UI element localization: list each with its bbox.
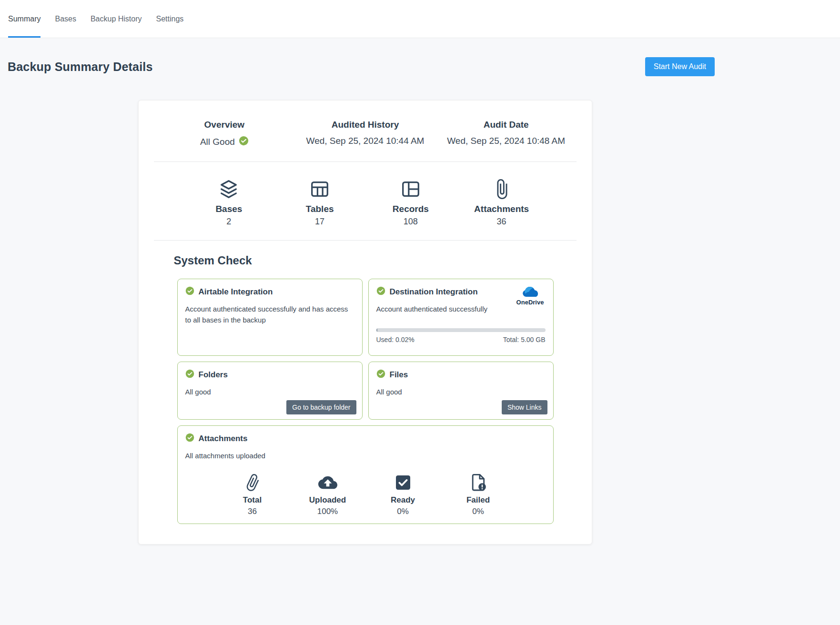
overview-status-text: All Good <box>200 137 235 147</box>
attachments-uploaded-stat: Uploaded 100% <box>290 473 365 516</box>
overview-status: All Good <box>154 136 295 148</box>
bases-counter: Bases 2 <box>183 178 274 227</box>
check-circle-icon <box>185 433 194 444</box>
files-title: Files <box>390 370 408 380</box>
stat-label: Ready <box>365 495 441 505</box>
page-header: Backup Summary Details Start New Audit <box>8 57 715 76</box>
attachments-counter: Attachments 36 <box>456 178 547 227</box>
records-counter: Records 108 <box>365 178 456 227</box>
onedrive-cloud-icon <box>514 285 547 298</box>
attachments-description: All attachments uploaded <box>185 451 357 462</box>
show-links-button[interactable]: Show Links <box>502 400 547 414</box>
attachments-failed-stat: Failed 0% <box>441 473 516 516</box>
counter-value: 2 <box>183 217 274 227</box>
system-check-grid: Airtable Integration Account authenticat… <box>177 279 554 524</box>
stat-label: Uploaded <box>290 495 365 505</box>
folders-card: Folders All good Go to backup folder <box>177 362 363 420</box>
divider <box>154 161 577 162</box>
card-title-row: Airtable Integration <box>185 286 354 298</box>
stat-label: Failed <box>441 495 516 505</box>
destination-integration-card: Destination Integration OneDrive Account… <box>368 279 554 356</box>
folders-description: All good <box>185 387 354 398</box>
table-grid-icon <box>274 178 365 200</box>
check-circle-icon <box>376 286 385 298</box>
record-table-icon <box>365 178 456 200</box>
stat-label: Total <box>215 495 290 505</box>
attachments-ready-stat: Ready 0% <box>365 473 441 516</box>
audit-date-value: Wed, Sep 25, 2024 10:48 AM <box>435 136 577 146</box>
counter-label: Attachments <box>456 204 547 214</box>
layers-icon <box>183 178 274 200</box>
stat-value: 100% <box>290 507 365 516</box>
stat-value: 0% <box>441 507 516 516</box>
storage-usage-row: Used: 0.02% Total: 5.00 GB <box>376 336 546 343</box>
attachments-stats-row: Total 36 Uploaded 100% Rea <box>185 473 546 516</box>
audited-history-value: Wed, Sep 25, 2024 10:44 AM <box>295 136 436 146</box>
tab-bases[interactable]: Bases <box>55 0 76 38</box>
tab-settings[interactable]: Settings <box>156 0 184 38</box>
tab-backup-history[interactable]: Backup History <box>91 0 142 38</box>
airtable-integration-description: Account authenticated successfully and h… <box>185 304 354 325</box>
airtable-integration-title: Airtable Integration <box>199 287 273 297</box>
tab-summary[interactable]: Summary <box>8 0 40 38</box>
counter-label: Bases <box>183 204 274 214</box>
card-title-row: Attachments <box>185 433 546 444</box>
checkbox-check-icon <box>365 473 441 492</box>
overview-label: Overview <box>154 120 295 130</box>
audit-date-label: Audit Date <box>435 120 577 130</box>
counter-label: Tables <box>274 204 365 214</box>
destination-integration-title: Destination Integration <box>390 287 478 297</box>
check-circle-icon <box>239 136 249 148</box>
tables-counter: Tables 17 <box>274 178 365 227</box>
card-title-row: Files <box>376 369 546 381</box>
stat-value: 36 <box>215 507 290 516</box>
paperclip-icon <box>456 178 547 200</box>
audited-history-label: Audited History <box>295 120 436 130</box>
attachments-total-stat: Total 36 <box>215 473 290 516</box>
onedrive-wordmark: OneDrive <box>514 299 547 306</box>
audit-date-column: Audit Date Wed, Sep 25, 2024 10:48 AM <box>435 120 577 148</box>
storage-progress-bar <box>376 328 546 332</box>
onedrive-logo: OneDrive <box>514 285 547 306</box>
counter-value: 17 <box>274 217 365 227</box>
page-title: Backup Summary Details <box>8 60 153 74</box>
overview-row: Overview All Good Audited History Wed, S… <box>154 120 577 148</box>
backup-summary-card: Overview All Good Audited History Wed, S… <box>138 100 592 544</box>
files-card: Files All good Show Links <box>368 362 554 420</box>
system-check-title: System Check <box>174 254 554 267</box>
counter-label: Records <box>365 204 456 214</box>
stat-value: 0% <box>365 507 441 516</box>
system-check-section: System Check Airtable Integration Accoun… <box>177 254 554 524</box>
start-new-audit-button[interactable]: Start New Audit <box>645 57 715 76</box>
storage-used-label: Used: 0.02% <box>376 336 415 343</box>
file-error-icon <box>441 473 516 492</box>
storage-total-label: Total: 5.00 GB <box>503 336 546 343</box>
airtable-integration-card: Airtable Integration Account authenticat… <box>177 279 363 356</box>
go-to-backup-folder-button[interactable]: Go to backup folder <box>286 400 356 414</box>
check-circle-icon <box>185 286 194 298</box>
card-title-row: Folders <box>185 369 354 381</box>
counter-value: 36 <box>456 217 547 227</box>
paperclip-icon <box>215 473 290 492</box>
attachments-title: Attachments <box>199 434 248 444</box>
storage-progress-fill <box>376 328 378 332</box>
check-circle-icon <box>185 369 194 381</box>
cloud-upload-icon <box>290 473 365 492</box>
folders-title: Folders <box>199 370 228 380</box>
attachments-card: Attachments All attachments uploaded Tot… <box>177 425 554 524</box>
counter-value: 108 <box>365 217 456 227</box>
divider <box>154 240 577 241</box>
overview-column: Overview All Good <box>154 120 295 148</box>
check-circle-icon <box>376 369 385 381</box>
files-description: All good <box>376 387 546 398</box>
top-navigation: Summary Bases Backup History Settings <box>0 0 840 38</box>
audited-history-column: Audited History Wed, Sep 25, 2024 10:44 … <box>295 120 436 148</box>
counters-row: Bases 2 Tables 17 <box>154 178 577 227</box>
